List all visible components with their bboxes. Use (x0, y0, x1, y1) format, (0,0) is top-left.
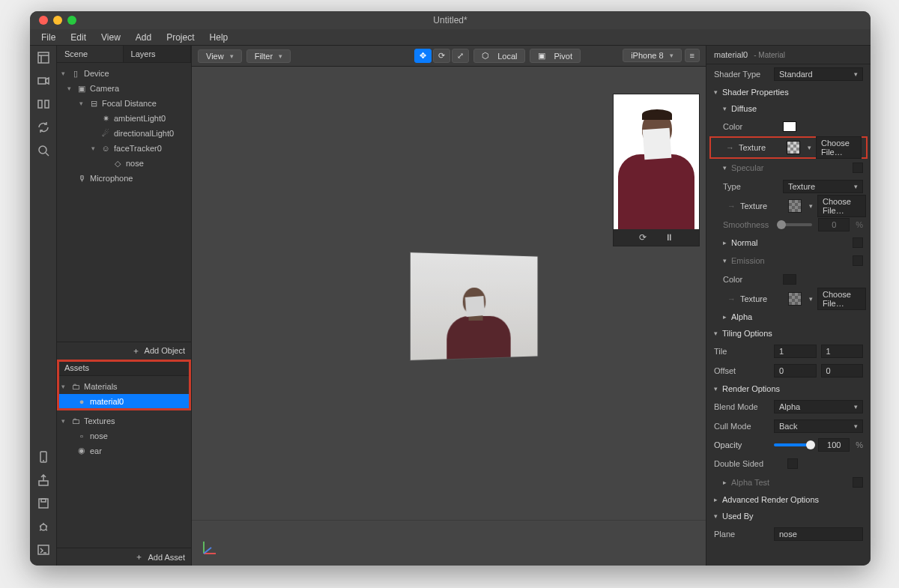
normal-toggle[interactable] (853, 237, 863, 248)
preview-refresh-icon[interactable]: ⟳ (639, 232, 647, 243)
move-tool-icon[interactable]: ✥ (414, 49, 432, 63)
tree-facetracker[interactable]: ▾☺faceTracker0 (57, 141, 191, 156)
vp-filter-button[interactable]: Filter▾ (246, 49, 291, 63)
save-icon[interactable] (37, 497, 49, 512)
inspector-header: material0 - Material (706, 46, 871, 64)
patches-icon[interactable] (37, 98, 49, 112)
tab-layers[interactable]: Layers (124, 46, 191, 62)
menu-project[interactable]: Project (160, 30, 201, 45)
texture-dropdown-icon[interactable]: ▾ (808, 144, 811, 151)
tree-ambient[interactable]: ✷ambientLight0 (57, 111, 191, 126)
refresh-icon[interactable] (37, 121, 49, 136)
dir-light-icon: ☄ (100, 128, 111, 139)
preview-screen (614, 94, 699, 229)
menu-add[interactable]: Add (129, 30, 158, 45)
emission-texture-swatch[interactable] (788, 292, 802, 306)
camera-icon[interactable] (37, 75, 49, 89)
viewport-area[interactable]: ⟳ ⏸ (192, 67, 706, 566)
menubar: File Edit View Add Project Help (30, 29, 871, 46)
menu-help[interactable]: Help (203, 30, 235, 45)
device-select[interactable]: iPhone 8▾ (623, 49, 681, 62)
inspector-title: material0 (714, 50, 748, 59)
emission-choose-file[interactable]: Choose File… (817, 288, 866, 310)
tree-directional[interactable]: ☄directionalLight0 (57, 126, 191, 141)
section-alpha-test[interactable]: ▸Alpha Test (706, 473, 871, 491)
scene-tree: ▾▯Device ▾▣Camera ▾⊟Focal Distance ✷ambi… (57, 63, 191, 342)
alpha-test-toggle[interactable] (853, 477, 863, 488)
smoothness-value[interactable]: 0 (818, 218, 850, 231)
add-object-button[interactable]: ＋Add Object (57, 342, 191, 360)
folder-icon: 🗀 (70, 416, 81, 426)
section-advanced-render[interactable]: ▸Advanced Render Options (706, 491, 871, 508)
add-asset-button[interactable]: ＋Add Asset (57, 548, 191, 566)
svg-rect-12 (41, 499, 46, 502)
diffuse-color-swatch[interactable] (783, 121, 796, 132)
window-title: Untitled* (30, 15, 871, 25)
specular-type-select[interactable]: Texture▾ (783, 180, 863, 193)
inspector: material0 - Material Shader Type Standar… (706, 46, 871, 566)
emission-toggle[interactable] (853, 255, 863, 266)
svg-point-6 (39, 146, 46, 154)
layout-icon[interactable] (37, 52, 49, 66)
double-sided-toggle[interactable] (787, 458, 798, 469)
section-shader-properties[interactable]: ▾Shader Properties (706, 84, 871, 100)
assets-materials-folder[interactable]: ▾🗀Materials (57, 379, 191, 394)
console-icon[interactable] (37, 544, 49, 558)
section-used-by[interactable]: ▾Used By (706, 508, 871, 524)
emission-color-swatch[interactable] (783, 274, 796, 285)
section-emission[interactable]: ▾Emission (706, 252, 871, 270)
specular-choose-file[interactable]: Choose File… (817, 195, 866, 217)
section-diffuse[interactable]: ▾Diffuse (706, 100, 871, 117)
tree-device[interactable]: ▾▯Device (57, 66, 191, 81)
section-normal[interactable]: ▸Normal (706, 234, 871, 252)
phone-icon[interactable] (37, 451, 49, 465)
device-menu-icon[interactable]: ≡ (685, 49, 700, 62)
vp-local-button[interactable]: ⬡ Local (473, 49, 525, 63)
opacity-value[interactable]: 100 (818, 438, 850, 452)
asset-nose-texture[interactable]: ▫nose (57, 428, 191, 443)
scene-plane[interactable] (410, 252, 538, 361)
shader-type-field: Shader Type Standard▾ (706, 64, 871, 84)
offset-x-input[interactable]: 0 (774, 364, 817, 378)
section-tiling[interactable]: ▾Tiling Options (706, 325, 871, 342)
device-icon: ▯ (70, 68, 81, 79)
asset-ear-texture[interactable]: ◉ear (57, 443, 191, 458)
specular-texture-swatch[interactable] (788, 199, 802, 213)
used-by-plane-value[interactable]: nose (774, 527, 863, 541)
preview-pause-icon[interactable]: ⏸ (665, 232, 674, 243)
section-alpha[interactable]: ▸Alpha (706, 309, 871, 325)
choose-file-button[interactable]: Choose File… (816, 136, 862, 159)
opacity-slider[interactable] (774, 443, 812, 446)
assets-textures-folder[interactable]: ▾🗀Textures (57, 413, 191, 428)
export-icon[interactable] (37, 474, 49, 488)
tree-nose[interactable]: ◇nose (57, 156, 191, 171)
asset-material0[interactable]: ●material0 (57, 394, 191, 409)
tile-x-input[interactable]: 1 (774, 345, 817, 358)
vp-pivot-button[interactable]: ▣ Pivot (530, 49, 581, 63)
tree-focal[interactable]: ▾⊟Focal Distance (57, 96, 191, 111)
viewport-toolbar: View▾ Filter▾ ✥ ⟳ ⤢ ⬡ Local ▣ Pivot iPho… (192, 46, 706, 67)
section-render-options[interactable]: ▾Render Options (706, 381, 871, 397)
cull-mode-select[interactable]: Back▾ (774, 419, 863, 433)
tree-camera[interactable]: ▾▣Camera (57, 81, 191, 96)
focal-icon: ⊟ (88, 98, 99, 109)
specular-toggle[interactable] (853, 163, 863, 173)
texture-swatch-icon[interactable] (787, 141, 800, 154)
tile-y-input[interactable]: 1 (821, 345, 864, 358)
section-specular[interactable]: ▾Specular (706, 159, 871, 177)
blend-mode-select[interactable]: Alpha▾ (774, 400, 863, 413)
scale-tool-icon[interactable]: ⤢ (452, 49, 469, 63)
bug-icon[interactable] (37, 521, 49, 535)
rotate-tool-icon[interactable]: ⟳ (433, 49, 450, 63)
menu-edit[interactable]: Edit (64, 30, 93, 45)
search-icon[interactable] (37, 145, 49, 159)
shader-type-select[interactable]: Standard▾ (774, 67, 863, 81)
tab-scene[interactable]: Scene (57, 46, 124, 62)
tree-microphone[interactable]: 🎙Microphone (57, 171, 191, 186)
menu-file[interactable]: File (34, 30, 62, 45)
svg-line-7 (46, 153, 49, 156)
sidebar: Scene Layers ▾▯Device ▾▣Camera ▾⊟Focal D… (57, 46, 192, 566)
offset-y-input[interactable]: 0 (821, 364, 864, 378)
vp-view-button[interactable]: View▾ (198, 49, 242, 63)
menu-view[interactable]: View (94, 30, 127, 45)
